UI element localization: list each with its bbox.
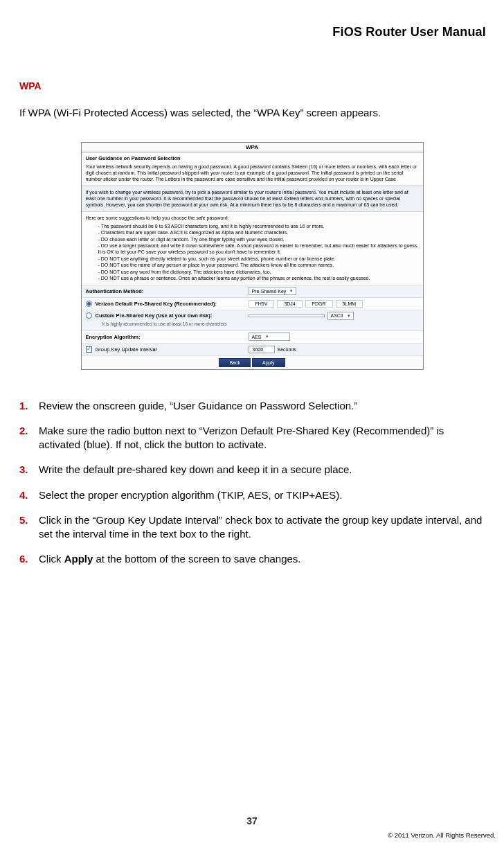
group-key-unit: Seconds xyxy=(278,347,296,352)
radio-custom-key[interactable] xyxy=(86,312,92,319)
group-key-interval-input[interactable]: 3600 xyxy=(249,346,275,353)
group-key-label: Group Key Update Interval xyxy=(96,346,157,353)
encryption-label: Encryption Algorithm: xyxy=(86,334,249,340)
custom-key-input[interactable] xyxy=(249,315,325,317)
step-item: Click Apply at the bottom of the screen … xyxy=(19,552,485,566)
page-title: FiOS Router User Manual xyxy=(332,25,486,39)
panel-bullet: DO NOT use anything directly related to … xyxy=(98,256,419,262)
panel-bullet: DO NOT use a phrase or sentence. Once an… xyxy=(98,275,419,281)
panel-title: WPA xyxy=(82,143,423,152)
page-number: 37 xyxy=(0,815,504,826)
panel-bullet: DO choose each letter or digit at random… xyxy=(98,236,419,242)
section-heading: WPA xyxy=(19,80,485,91)
custom-charset-select[interactable]: ASCII xyxy=(327,312,354,320)
step-item: Review the onscreen guide, “User Guidanc… xyxy=(19,399,485,413)
step-item: Select the proper encryption algorithm (… xyxy=(19,488,485,502)
screenshot-panel-wrap: WPA User Guidance on Password Selection … xyxy=(19,142,485,370)
step-item: Write the default pre-shared key down an… xyxy=(19,463,485,477)
default-key-row: Verizon Default Pre-Shared Key (Recommen… xyxy=(82,298,423,310)
step-item: Click in the “Group Key Update Interval”… xyxy=(19,513,485,542)
key-segment: FDGR xyxy=(305,300,333,308)
page-content: WPA If WPA (Wi-Fi Protected Access) was … xyxy=(19,80,485,578)
intro-text: If WPA (Wi-Fi Protected Access) was sele… xyxy=(19,107,485,118)
default-key-values: FH5V 3DJ4 FDGR 5LMM xyxy=(249,300,419,308)
panel-suggestions: Here are some suggestions to help you ch… xyxy=(82,212,423,285)
panel-bullet: Characters that are upper case. ASCII is… xyxy=(98,229,419,236)
panel-bullet: DO NOT use the name of any person or pla… xyxy=(98,262,419,268)
panel-bullets: The password should be 8 to 63 ASCII cha… xyxy=(98,223,419,282)
default-key-label: Verizon Default Pre-Shared Key (Recommen… xyxy=(96,301,217,307)
copyright-text: © 2011 Verizon. All Rights Reserved. xyxy=(388,831,496,839)
group-key-row: Group Key Update Interval 3600 Seconds xyxy=(82,344,423,356)
panel-bullet: The password should be 8 to 63 ASCII cha… xyxy=(98,223,419,229)
encryption-row: Encryption Algorithm: AES xyxy=(82,331,423,344)
panel-bullet: DO NOT use any word from the dictionary.… xyxy=(98,269,419,275)
apply-button[interactable]: Apply xyxy=(252,358,285,367)
panel-guidance-para3: Here are some suggestions to help you ch… xyxy=(86,215,419,221)
encryption-select[interactable]: AES xyxy=(249,333,290,341)
wpa-panel: WPA User Guidance on Password Selection … xyxy=(81,142,424,370)
back-button[interactable]: Back xyxy=(219,358,251,367)
panel-guidance-para1: Your wireless network security depends o… xyxy=(86,163,419,182)
auth-method-select[interactable]: Pre-Shared Key xyxy=(249,287,297,295)
checkbox-group-key[interactable] xyxy=(86,346,92,353)
panel-guidance: User Guidance on Password Selection Your… xyxy=(82,152,423,186)
custom-key-hint: It is highly recommended to use at least… xyxy=(86,320,419,329)
step-item: Make sure the radio button next to “Veri… xyxy=(19,424,485,452)
auth-method-label: Authentication Method: xyxy=(86,288,249,294)
radio-default-key[interactable] xyxy=(86,301,92,307)
key-segment: 3DJ4 xyxy=(277,300,302,308)
custom-key-label: Custom Pre-Shared Key (Use at your own r… xyxy=(96,312,213,319)
panel-bullet: DO use a longer password, and write it d… xyxy=(98,242,419,256)
key-segment: 5LMM xyxy=(336,300,363,308)
steps-list: Review the onscreen guide, “User Guidanc… xyxy=(19,399,485,567)
panel-guidance-heading: User Guidance on Password Selection xyxy=(86,155,419,161)
panel-guidance-para2: If you wish to change your wireless pass… xyxy=(82,186,423,211)
auth-method-row: Authentication Method: Pre-Shared Key xyxy=(82,285,423,298)
key-segment: FH5V xyxy=(249,300,275,308)
panel-button-bar: Back Apply xyxy=(82,356,423,369)
custom-key-row: Custom Pre-Shared Key (Use at your own r… xyxy=(82,310,423,331)
